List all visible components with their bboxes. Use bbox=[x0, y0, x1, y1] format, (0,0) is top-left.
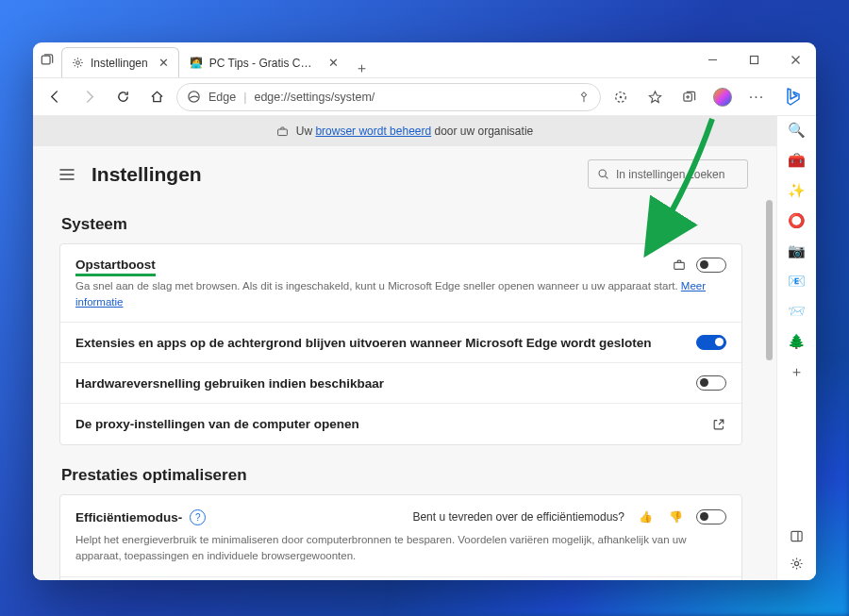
search-placeholder: In instellingen zoeken bbox=[616, 168, 724, 181]
refresh-button[interactable] bbox=[108, 83, 137, 111]
mail-icon[interactable]: 📧 bbox=[788, 273, 806, 290]
browser-window: Instellingen ✕ 🧑‍💻 PC Tips - Gratis Comp… bbox=[33, 42, 816, 580]
panel-icon[interactable] bbox=[790, 529, 804, 543]
help-icon[interactable]: ? bbox=[190, 509, 206, 525]
address-url: edge://settings/system/ bbox=[254, 91, 375, 104]
efficiency-toggle[interactable] bbox=[696, 509, 726, 524]
camera-icon[interactable]: 📷 bbox=[788, 242, 806, 259]
tab-label: Instellingen bbox=[91, 57, 148, 70]
startup-boost-desc: Ga snel aan de slag met browsen. Als dit… bbox=[75, 278, 726, 309]
tabstrip: Instellingen ✕ 🧑‍💻 PC Tips - Gratis Comp… bbox=[61, 42, 691, 77]
background-extensions-toggle[interactable] bbox=[696, 335, 726, 350]
site-icon: 🧑‍💻 bbox=[190, 57, 203, 69]
bing-button[interactable] bbox=[776, 81, 808, 113]
efficiency-desc: Helpt het energieverbruik te minimaliser… bbox=[75, 532, 726, 563]
reader-icon[interactable] bbox=[577, 91, 591, 104]
row-background-extensions: Extensies en apps op de achtergrond blij… bbox=[60, 323, 741, 363]
close-icon[interactable]: ✕ bbox=[158, 56, 169, 70]
scrollbar-thumb[interactable] bbox=[766, 200, 773, 360]
hardware-accel-toggle[interactable] bbox=[696, 375, 726, 391]
svg-point-1 bbox=[76, 61, 80, 65]
managed-link[interactable]: browser wordt beheerd bbox=[315, 125, 431, 138]
gear-icon bbox=[72, 57, 84, 69]
titlebar: Instellingen ✕ 🧑‍💻 PC Tips - Gratis Comp… bbox=[33, 42, 816, 78]
section-system-heading: Systeem bbox=[61, 215, 742, 234]
perf-card: Efficiëntiemodus- ? Bent u tevreden over… bbox=[59, 494, 742, 580]
page-title: Instellingen bbox=[92, 163, 576, 186]
briefcase-icon bbox=[671, 257, 687, 273]
efficiency-title: Efficiëntiemodus- bbox=[75, 510, 182, 524]
svg-point-9 bbox=[599, 170, 606, 176]
external-link-icon bbox=[710, 416, 726, 432]
svg-rect-3 bbox=[750, 57, 757, 64]
send-icon[interactable]: 📨 bbox=[788, 303, 806, 320]
row-efficiency: Efficiëntiemodus- ? Bent u tevreden over… bbox=[60, 495, 741, 576]
close-icon[interactable]: ✕ bbox=[328, 56, 339, 70]
managed-banner: Uw browser wordt beheerd door uw organis… bbox=[33, 116, 776, 146]
proxy-title: De proxy-instellingen van de computer op… bbox=[75, 417, 701, 431]
new-tab-button[interactable]: ＋ bbox=[349, 59, 375, 77]
favorites-icon[interactable] bbox=[641, 83, 669, 111]
thumbs-up-button[interactable]: 👍 bbox=[636, 508, 655, 526]
tab-settings[interactable]: Instellingen ✕ bbox=[61, 47, 179, 77]
row-proxy-settings[interactable]: De proxy-instellingen van de computer op… bbox=[60, 404, 741, 444]
forward-button[interactable] bbox=[75, 83, 103, 111]
tab-actions-button[interactable] bbox=[33, 42, 61, 77]
svg-rect-10 bbox=[674, 262, 684, 269]
efficiency-question: Bent u tevreden over de efficiëntiemodus… bbox=[412, 510, 624, 524]
briefcase-icon[interactable]: 🧰 bbox=[788, 152, 806, 169]
background-extensions-title: Extensies en apps op de achtergrond blij… bbox=[75, 336, 687, 350]
svg-rect-8 bbox=[277, 129, 287, 136]
maximize-button[interactable] bbox=[733, 42, 774, 77]
sparkle-icon[interactable]: ✨ bbox=[788, 182, 806, 199]
content-area: Uw browser wordt beheerd door uw organis… bbox=[33, 116, 776, 580]
svg-point-13 bbox=[794, 561, 798, 565]
row-gaming: Verbeter uw pc-gamingervaring met de Ben… bbox=[60, 577, 741, 580]
tab-label: PC Tips - Gratis Computer Tips. bbox=[209, 57, 318, 70]
startup-boost-title: Opstartboost bbox=[75, 258, 156, 274]
more-button[interactable]: ··· bbox=[742, 83, 771, 111]
page-header: Instellingen In instellingen zoeken bbox=[33, 146, 776, 194]
section-perf-heading: Prestaties optimaliseren bbox=[61, 466, 742, 485]
hardware-accel-title: Hardwareversnelling gebruiken indien bes… bbox=[75, 376, 687, 391]
row-startup-boost: Opstartboost Ga snel aan de slag met bro… bbox=[60, 244, 741, 323]
svg-rect-11 bbox=[791, 531, 802, 541]
tab-pctips[interactable]: 🧑‍💻 PC Tips - Gratis Computer Tips. ✕ bbox=[179, 47, 349, 77]
minimize-button[interactable] bbox=[691, 42, 733, 77]
system-card: Opstartboost Ga snel aan de slag met bro… bbox=[59, 243, 742, 445]
thumbs-down-button[interactable]: 👎 bbox=[666, 508, 685, 526]
profile-button[interactable] bbox=[708, 83, 737, 111]
close-button[interactable] bbox=[774, 42, 816, 77]
svg-rect-0 bbox=[42, 56, 50, 64]
back-button[interactable] bbox=[41, 83, 69, 111]
search-icon bbox=[597, 168, 609, 180]
settings-gear-icon[interactable] bbox=[790, 557, 804, 571]
svg-point-6 bbox=[620, 95, 623, 98]
window-controls bbox=[691, 42, 816, 77]
menu-button[interactable] bbox=[54, 161, 80, 188]
tracking-icon[interactable] bbox=[607, 83, 635, 111]
home-button[interactable] bbox=[142, 83, 171, 111]
tree-icon[interactable]: 🌲 bbox=[788, 333, 806, 350]
toolbar: Edge | edge://settings/system/ ··· bbox=[33, 78, 816, 116]
settings-search[interactable]: In instellingen zoeken bbox=[588, 159, 748, 189]
startup-boost-toggle[interactable] bbox=[696, 258, 726, 273]
edge-icon bbox=[187, 90, 201, 104]
address-engine: Edge bbox=[208, 91, 236, 104]
briefcase-icon bbox=[276, 125, 289, 138]
circle-icon[interactable]: ⭕ bbox=[788, 212, 806, 229]
collections-icon[interactable] bbox=[674, 83, 703, 111]
side-rail: 🔍 🧰 ✨ ⭕ 📷 📧 📨 🌲 ＋ bbox=[776, 116, 816, 580]
row-hardware-accel: Hardwareversnelling gebruiken indien bes… bbox=[60, 363, 741, 404]
address-bar[interactable]: Edge | edge://settings/system/ bbox=[176, 83, 601, 111]
search-icon[interactable]: 🔍 bbox=[788, 122, 806, 139]
add-icon[interactable]: ＋ bbox=[790, 363, 804, 381]
